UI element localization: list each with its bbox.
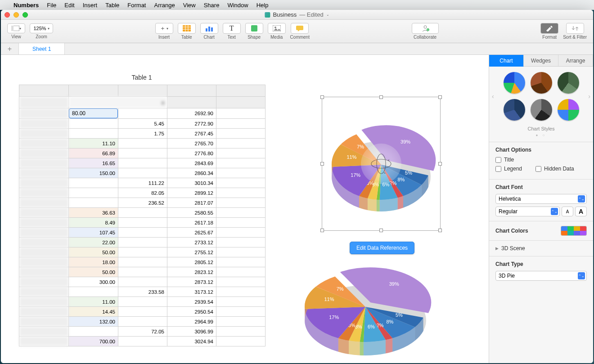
zoom-dropdown[interactable]: 125%▾ <box>30 23 53 33</box>
row-header[interactable]: x <box>19 287 69 297</box>
cell[interactable] <box>118 218 167 228</box>
cell[interactable] <box>118 317 167 327</box>
menu-view[interactable]: View <box>183 2 196 9</box>
cell[interactable]: 2765.70 <box>167 139 216 148</box>
chart-style-2[interactable] <box>531 72 552 94</box>
row-header[interactable]: x <box>19 119 69 129</box>
cell[interactable]: 2964.99 <box>167 317 216 327</box>
cell[interactable] <box>118 238 167 247</box>
chart-style-6[interactable] <box>558 99 579 121</box>
cell[interactable]: 2767.45 <box>167 129 216 139</box>
row-header[interactable]: x <box>19 267 69 277</box>
cell[interactable] <box>118 297 167 307</box>
3d-scene-disclosure[interactable]: ▶3D Scene <box>495 245 587 252</box>
text-button[interactable]: T <box>223 23 241 34</box>
row-header[interactable]: x <box>19 208 69 218</box>
cell[interactable] <box>216 178 266 188</box>
cell[interactable]: 2939.54 <box>167 297 216 307</box>
cell[interactable]: 2805.12 <box>167 257 216 267</box>
rotate-3d-gizmo[interactable] <box>361 144 401 184</box>
cell[interactable]: 2776.80 <box>167 148 216 158</box>
media-button[interactable] <box>268 23 286 34</box>
hidden-data-checkbox[interactable] <box>536 166 541 172</box>
cell[interactable] <box>216 108 266 119</box>
collaborate-button[interactable]: + <box>412 23 439 34</box>
cell[interactable]: 80.00 <box>69 108 118 118</box>
row-header[interactable]: x <box>19 307 69 317</box>
table-title[interactable]: Table 1 <box>19 74 265 81</box>
cell[interactable]: 2733.12 <box>167 238 216 247</box>
cell[interactable] <box>216 247 266 257</box>
fullscreen-button[interactable] <box>22 12 28 18</box>
cell[interactable]: 2823.12 <box>167 267 216 277</box>
close-button[interactable] <box>4 12 10 18</box>
chart-style-1[interactable] <box>504 72 525 94</box>
cell[interactable]: 50.00 <box>69 247 118 257</box>
cell[interactable] <box>216 238 266 247</box>
pie-chart-selected[interactable]: 39%5%8%2%6%3%3%17%11%7% <box>322 97 440 230</box>
cell[interactable]: 236.52 <box>118 198 167 208</box>
cell[interactable]: 82.05 <box>118 188 167 198</box>
app-menu[interactable]: Numbers <box>14 2 39 9</box>
cell[interactable] <box>118 257 167 267</box>
format-button[interactable] <box>540 23 558 34</box>
cell[interactable]: 5.45 <box>118 119 167 129</box>
cell[interactable] <box>216 337 266 346</box>
cell[interactable]: 150.00 <box>69 168 118 178</box>
row-header[interactable]: x <box>19 178 69 188</box>
cell[interactable]: 2950.54 <box>167 307 216 317</box>
cell[interactable]: 2843.69 <box>167 158 216 168</box>
row-header[interactable]: x <box>19 188 69 198</box>
cell[interactable]: 66.89 <box>69 148 118 158</box>
row-header[interactable]: x <box>19 317 69 327</box>
cell[interactable]: 300.00 <box>69 277 118 287</box>
style-page-dots[interactable]: ● ○ <box>495 133 587 137</box>
menu-edit[interactable]: Edit <box>64 2 74 9</box>
cell[interactable]: 16.65 <box>69 158 118 168</box>
legend-checkbox[interactable] <box>495 166 501 172</box>
cell[interactable] <box>118 337 167 346</box>
resize-handle[interactable] <box>320 229 324 232</box>
cell[interactable]: 11.00 <box>69 297 118 307</box>
cell[interactable] <box>118 247 167 257</box>
cell[interactable] <box>69 129 118 139</box>
cell[interactable]: 2817.07 <box>167 198 216 208</box>
resize-handle[interactable] <box>438 162 442 166</box>
cell[interactable]: 2873.12 <box>167 277 216 287</box>
sheet-tab-1[interactable]: Sheet 1 <box>19 43 65 54</box>
cell[interactable] <box>118 267 167 277</box>
table-button[interactable] <box>178 23 196 34</box>
add-sheet-button[interactable]: + <box>1 43 19 54</box>
canvas[interactable]: Table 1 x x80.002692.90x5.452772.90x1.75… <box>1 55 489 363</box>
resize-handle[interactable] <box>438 95 442 99</box>
inspector-tab-wedges[interactable]: Wedges <box>524 55 558 67</box>
cell[interactable] <box>69 188 118 198</box>
cell[interactable] <box>216 327 266 337</box>
chart-type-select[interactable]: 3D Pie⌃⌄ <box>495 271 587 281</box>
cell[interactable] <box>216 119 266 129</box>
menu-arrange[interactable]: Arrange <box>154 2 175 9</box>
minimize-button[interactable] <box>14 12 19 18</box>
cell[interactable] <box>216 158 266 168</box>
row-header[interactable]: x <box>19 158 69 168</box>
cell[interactable]: 700.00 <box>69 337 118 346</box>
chart-button[interactable] <box>200 23 218 34</box>
row-header[interactable]: x <box>19 327 69 337</box>
inspector-tab-arrange[interactable]: Arrange <box>558 55 593 67</box>
row-header[interactable]: x <box>19 228 69 238</box>
cell[interactable] <box>216 287 266 297</box>
cell[interactable]: 2580.55 <box>167 208 216 218</box>
cell[interactable] <box>216 129 266 139</box>
cell[interactable] <box>216 228 266 238</box>
cell[interactable]: 1.75 <box>118 129 167 139</box>
cell[interactable] <box>118 158 167 168</box>
cell[interactable] <box>118 108 167 119</box>
shape-button[interactable] <box>245 23 263 34</box>
cell[interactable] <box>216 198 266 208</box>
sort-filter-button[interactable] <box>566 23 584 34</box>
cell[interactable]: 107.45 <box>69 228 118 238</box>
cell[interactable]: 11.10 <box>69 139 118 148</box>
cell[interactable]: 50.00 <box>69 267 118 277</box>
cell[interactable]: 2625.67 <box>167 228 216 238</box>
cell[interactable] <box>69 327 118 337</box>
